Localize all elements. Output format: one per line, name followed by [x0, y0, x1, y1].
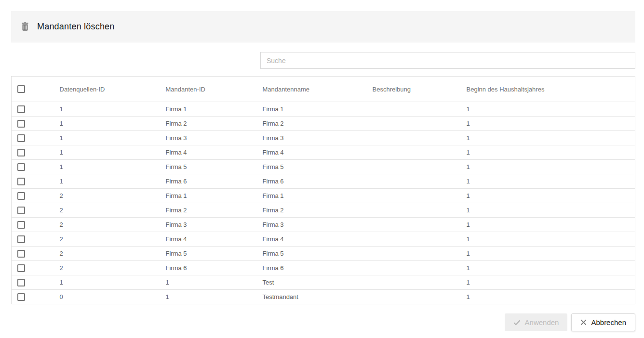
cell-beschreibung [367, 131, 461, 145]
row-checkbox[interactable] [17, 192, 25, 200]
cell-datenquellen-id: 1 [54, 174, 160, 189]
check-icon [513, 320, 521, 325]
cell-datenquellen-id: 2 [54, 203, 160, 218]
table-row[interactable]: 1 Firma 6 Firma 6 1 [12, 174, 635, 189]
page-title: Mandanten löschen [37, 22, 115, 32]
cell-mandantenname: Firma 2 [257, 203, 367, 218]
cell-beschreibung [367, 290, 461, 304]
cell-beschreibung [367, 232, 461, 247]
cell-beschreibung [367, 275, 461, 290]
row-checkbox[interactable] [17, 178, 25, 185]
search-input[interactable] [260, 52, 635, 69]
trash-icon [20, 21, 30, 32]
cell-mandantenname: Firma 3 [257, 131, 367, 145]
row-checkbox[interactable] [17, 221, 25, 229]
cell-beginn-haushaltsjahr: 1 [461, 275, 635, 290]
clients-table: Datenquellen-ID Mandanten-ID Mandantenna… [11, 76, 635, 304]
cell-datenquellen-id: 1 [54, 145, 160, 160]
cell-mandantenname: Firma 1 [257, 189, 367, 203]
cell-beschreibung [367, 247, 461, 261]
cell-mandantenname: Firma 4 [257, 232, 367, 247]
table-row[interactable]: 2 Firma 6 Firma 6 1 [12, 261, 635, 275]
cell-beginn-haushaltsjahr: 1 [461, 102, 635, 117]
column-header-mandantenname: Mandantenname [257, 77, 367, 102]
cell-beginn-haushaltsjahr: 1 [461, 189, 635, 203]
row-checkbox[interactable] [17, 207, 25, 214]
cell-mandantenname: Firma 6 [257, 261, 367, 275]
column-header-beginn-haushaltsjahr: Beginn des Haushaltsjahres [461, 77, 635, 102]
cell-mandanten-id: 1 [160, 290, 257, 304]
table-row[interactable]: 1 Firma 4 Firma 4 1 [12, 145, 635, 160]
cell-beschreibung [367, 189, 461, 203]
table-row[interactable]: 2 Firma 4 Firma 4 1 [12, 232, 635, 247]
cell-beginn-haushaltsjahr: 1 [461, 290, 635, 304]
cancel-button-label: Abbrechen [591, 318, 626, 326]
header-bar: Mandanten löschen [11, 11, 635, 42]
cell-mandanten-id: Firma 6 [160, 174, 257, 189]
cell-beginn-haushaltsjahr: 1 [461, 160, 635, 174]
cell-mandanten-id: Firma 1 [160, 102, 257, 117]
table-row[interactable]: 1 Firma 2 Firma 2 1 [12, 117, 635, 131]
table-row[interactable]: 1 Firma 1 Firma 1 1 [12, 102, 635, 117]
table-row[interactable]: 2 Firma 3 Firma 3 1 [12, 218, 635, 232]
cell-datenquellen-id: 1 [54, 102, 160, 117]
cancel-button[interactable]: Abbrechen [571, 313, 635, 331]
cell-datenquellen-id: 1 [54, 275, 160, 290]
cell-beschreibung [367, 102, 461, 117]
cell-beschreibung [367, 174, 461, 189]
row-checkbox[interactable] [17, 163, 25, 171]
row-checkbox[interactable] [17, 105, 25, 113]
page: Mandanten löschen Datenquellen-ID Mandan… [0, 0, 644, 331]
column-header-mandanten-id: Mandanten-ID [160, 77, 257, 102]
cell-mandantenname: Firma 4 [257, 145, 367, 160]
cell-beginn-haushaltsjahr: 1 [461, 218, 635, 232]
table-row[interactable]: 1 Firma 5 Firma 5 1 [12, 160, 635, 174]
cell-beginn-haushaltsjahr: 1 [461, 131, 635, 145]
cell-mandantenname: Firma 5 [257, 247, 367, 261]
apply-button-label: Anwenden [525, 318, 559, 326]
cell-beschreibung [367, 261, 461, 275]
row-checkbox[interactable] [17, 235, 25, 243]
table-row[interactable]: 1 Firma 3 Firma 3 1 [12, 131, 635, 145]
cell-datenquellen-id: 2 [54, 218, 160, 232]
table-row[interactable]: 2 Firma 5 Firma 5 1 [12, 247, 635, 261]
cell-mandanten-id: Firma 5 [160, 247, 257, 261]
row-checkbox[interactable] [17, 279, 25, 286]
row-checkbox[interactable] [17, 250, 25, 258]
column-header-datenquellen-id: Datenquellen-ID [54, 77, 160, 102]
cell-beschreibung [367, 218, 461, 232]
cell-mandanten-id: Firma 4 [160, 232, 257, 247]
cell-mandanten-id: Firma 2 [160, 203, 257, 218]
row-checkbox[interactable] [17, 134, 25, 142]
row-checkbox[interactable] [17, 293, 25, 301]
table-row[interactable]: 2 Firma 2 Firma 2 1 [12, 203, 635, 218]
row-checkbox[interactable] [17, 120, 25, 128]
row-checkbox[interactable] [17, 264, 25, 272]
cell-mandantenname: Firma 3 [257, 218, 367, 232]
cell-beginn-haushaltsjahr: 1 [461, 174, 635, 189]
cell-mandantenname: Testmandant [257, 290, 367, 304]
close-icon [580, 319, 587, 325]
cell-datenquellen-id: 2 [54, 232, 160, 247]
table-row[interactable]: 1 1 Test 1 [12, 275, 635, 290]
cell-datenquellen-id: 0 [54, 290, 160, 304]
cell-beginn-haushaltsjahr: 1 [461, 117, 635, 131]
cell-datenquellen-id: 1 [54, 117, 160, 131]
apply-button[interactable]: Anwenden [505, 313, 568, 331]
table-row[interactable]: 2 Firma 1 Firma 1 1 [12, 189, 635, 203]
footer-actions: Anwenden Abbrechen [11, 313, 635, 331]
clients-table-wrap: Datenquellen-ID Mandanten-ID Mandantenna… [11, 76, 635, 304]
search-row [11, 52, 635, 69]
cell-beschreibung [367, 117, 461, 131]
table-row[interactable]: 0 1 Testmandant 1 [12, 290, 635, 304]
cell-mandanten-id: Firma 2 [160, 117, 257, 131]
cell-datenquellen-id: 2 [54, 261, 160, 275]
cell-datenquellen-id: 1 [54, 160, 160, 174]
select-all-checkbox[interactable] [17, 85, 25, 93]
cell-beginn-haushaltsjahr: 1 [461, 203, 635, 218]
cell-beginn-haushaltsjahr: 1 [461, 261, 635, 275]
cell-mandantenname: Test [257, 275, 367, 290]
cell-mandantenname: Firma 2 [257, 117, 367, 131]
cell-beschreibung [367, 145, 461, 160]
row-checkbox[interactable] [17, 149, 25, 156]
